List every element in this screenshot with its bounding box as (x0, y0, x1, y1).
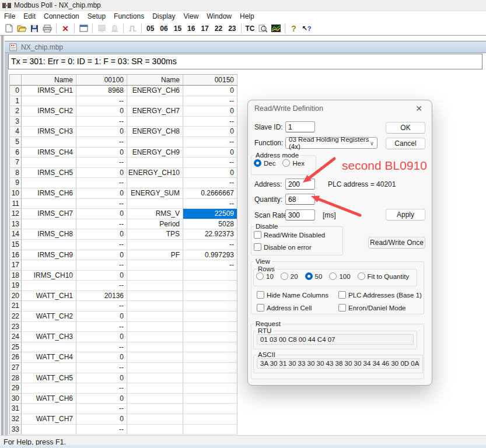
address-input[interactable] (285, 178, 315, 190)
function-button-22[interactable]: 22 (212, 24, 225, 33)
value-cell[interactable] (183, 322, 237, 332)
name-cell[interactable] (127, 260, 183, 271)
name-cell[interactable]: ENERGY_SUM (127, 188, 183, 199)
value-cell[interactable]: -- (183, 260, 237, 271)
menu-item-functions[interactable]: Functions (110, 11, 148, 22)
name-cell[interactable]: IRMS_CH4 (22, 148, 76, 158)
menu-item-display[interactable]: Display (148, 11, 179, 22)
value-cell[interactable]: 0 (76, 414, 127, 425)
menu-item-file[interactable]: File (0, 11, 19, 22)
menu-item-edit[interactable]: Edit (19, 11, 40, 22)
value-cell[interactable]: -- (76, 342, 127, 353)
test-center-button[interactable]: TC (244, 23, 257, 34)
rows-option-fit-to-quantity[interactable]: Fit to Quantity (358, 272, 410, 280)
name-cell[interactable]: IRMS_CH9 (22, 250, 76, 261)
new-file-icon[interactable] (2, 23, 15, 34)
value-cell[interactable]: 0 (76, 352, 127, 363)
name-cell[interactable] (22, 219, 76, 230)
value-cell[interactable]: 0 (183, 168, 237, 178)
name-cell[interactable] (127, 96, 183, 107)
value-cell[interactable]: 0 (76, 106, 127, 117)
name-cell[interactable] (127, 342, 183, 353)
value-cell[interactable]: -- (76, 117, 127, 127)
view-option-plc-addresses-base-1-[interactable]: PLC Addresses (Base 1) (338, 291, 422, 299)
name-cell[interactable]: ENERGY_CH8 (127, 127, 183, 137)
name-cell[interactable]: IRMS_CH6 (22, 188, 76, 199)
save-icon[interactable] (28, 23, 41, 34)
name-cell[interactable] (22, 117, 76, 127)
value-cell[interactable] (183, 414, 237, 425)
chart-icon[interactable] (270, 23, 282, 34)
name-cell[interactable]: ENERGY_CH7 (127, 106, 183, 117)
disable-option-disable-on-error[interactable]: Disable on error (254, 243, 342, 251)
view-option-address-in-cell[interactable]: Address in Cell (257, 304, 338, 312)
name-cell[interactable] (127, 117, 183, 127)
menu-item-window[interactable]: Window (202, 11, 236, 22)
value-cell[interactable]: 22.92373 (183, 229, 237, 240)
name-cell[interactable] (22, 404, 76, 414)
name-cell[interactable] (127, 373, 183, 384)
close-icon[interactable]: ✕ (414, 104, 424, 113)
name-cell[interactable] (127, 291, 183, 302)
value-cell[interactable]: -- (76, 96, 127, 107)
value-cell[interactable]: -- (76, 240, 127, 250)
name-cell[interactable]: IRMS_CH3 (22, 127, 76, 137)
grid-header-cell[interactable]: 00100 (76, 75, 127, 85)
function-button-15[interactable]: 15 (172, 24, 184, 33)
name-cell[interactable] (22, 281, 76, 291)
value-cell[interactable]: -- (76, 158, 127, 168)
name-cell[interactable]: IRMS_CH2 (22, 106, 76, 117)
value-cell[interactable]: 0 (183, 86, 237, 96)
function-dropdown[interactable]: 03 Read Holding Registers (4x) ∨ (285, 137, 377, 149)
name-cell[interactable] (127, 363, 183, 373)
name-cell[interactable] (127, 199, 183, 209)
function-button-06[interactable]: 06 (158, 24, 170, 33)
value-cell[interactable]: -- (183, 96, 237, 107)
scan-rate-input[interactable] (285, 209, 315, 220)
value-cell[interactable]: -- (76, 281, 127, 291)
grid-header-cell[interactable] (9, 75, 22, 85)
value-cell[interactable]: -- (76, 178, 127, 188)
name-cell[interactable] (22, 322, 76, 332)
name-cell[interactable]: WATT_CH7 (22, 414, 76, 425)
address-mode-hex[interactable]: Hex (282, 159, 304, 167)
rows-option-50[interactable]: 50 (305, 272, 323, 280)
function-button-17[interactable]: 17 (198, 24, 211, 33)
value-cell[interactable]: -- (76, 301, 127, 312)
name-cell[interactable]: WATT_CH1 (22, 291, 76, 302)
name-cell[interactable] (22, 260, 76, 271)
name-cell[interactable] (22, 240, 76, 250)
name-cell[interactable] (22, 96, 76, 107)
function-button-05[interactable]: 05 (144, 24, 156, 33)
name-cell[interactable]: IRMS_CH10 (22, 271, 76, 281)
name-cell[interactable]: IRMS_CH7 (22, 209, 76, 219)
name-cell[interactable] (22, 342, 76, 353)
name-cell[interactable]: Period (127, 219, 183, 230)
quantity-input[interactable] (285, 194, 315, 205)
name-cell[interactable] (22, 137, 76, 148)
name-cell[interactable]: TPS (127, 229, 183, 240)
value-cell[interactable] (183, 363, 237, 373)
value-cell[interactable]: -- (76, 219, 127, 230)
value-cell[interactable]: 0 (76, 271, 127, 281)
name-cell[interactable]: WATT_CH5 (22, 373, 76, 384)
value-cell[interactable]: -- (76, 137, 127, 148)
value-cell[interactable]: 0 (76, 312, 127, 322)
rows-option-20[interactable]: 20 (281, 272, 298, 280)
name-cell[interactable] (22, 301, 76, 312)
name-cell[interactable]: WATT_CH2 (22, 312, 76, 322)
print-icon[interactable] (41, 23, 54, 34)
value-cell[interactable] (183, 332, 237, 342)
cancel-button[interactable]: Cancel (386, 138, 425, 149)
value-cell[interactable] (183, 352, 237, 363)
poll-device-icon[interactable] (108, 23, 121, 34)
value-cell[interactable]: 0 (76, 168, 127, 178)
name-cell[interactable] (127, 322, 183, 332)
value-cell[interactable]: 0 (76, 332, 127, 342)
name-cell[interactable] (22, 363, 76, 373)
name-cell[interactable] (127, 158, 183, 168)
name-cell[interactable]: IRMS_CH1 (22, 86, 76, 96)
name-cell[interactable] (127, 394, 183, 404)
rows-option-10[interactable]: 10 (256, 272, 274, 280)
value-cell[interactable]: 0 (76, 250, 127, 261)
